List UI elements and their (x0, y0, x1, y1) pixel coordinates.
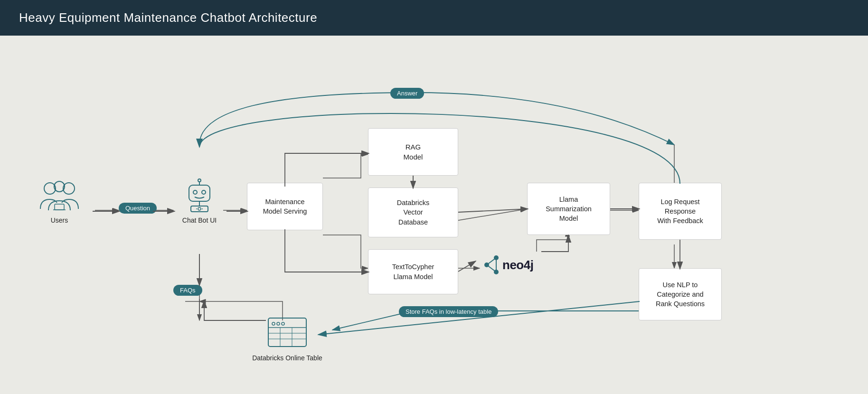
svg-point-40 (277, 322, 280, 325)
svg-rect-17 (55, 204, 64, 210)
svg-point-15 (63, 183, 75, 194)
svg-text:neo4j: neo4j (502, 258, 533, 272)
rag-model-box: RAG Model (368, 128, 458, 176)
svg-rect-25 (191, 206, 208, 212)
databricks-online-label: Databricks Online Table (252, 354, 322, 362)
question-pill: Question (119, 203, 157, 214)
svg-line-6 (456, 209, 527, 221)
header: Heavy Equipment Maintenance Chatbot Arch… (0, 0, 868, 36)
svg-point-26 (198, 207, 201, 210)
maintenance-model-box: Maintenance Model Serving (247, 183, 323, 230)
svg-point-23 (198, 179, 201, 182)
svg-line-34 (487, 258, 496, 265)
databricks-vector-box: Databricks Vector Database (368, 188, 458, 237)
llama-summarization-box: Llama Summarization Model (527, 183, 610, 235)
faqs-pill: FAQs (173, 285, 202, 296)
svg-line-53 (458, 209, 528, 212)
chatbot-label: Chat Bot UI (182, 216, 217, 224)
svg-line-35 (487, 265, 496, 272)
log-request-box: Log Request Response With Feedback (639, 183, 722, 240)
store-faqs-pill: Store FAQs in low-latency table (399, 306, 498, 317)
canvas: Users Question (0, 36, 868, 394)
text-to-cypher-box: TextToCypher Llama Model (368, 249, 458, 294)
svg-point-41 (282, 322, 284, 325)
neo4j-logo: neo4j (475, 251, 570, 279)
svg-rect-19 (189, 185, 210, 201)
svg-point-39 (272, 322, 275, 325)
svg-point-21 (202, 190, 206, 194)
users-icon: Users (28, 178, 90, 224)
svg-point-20 (193, 190, 197, 194)
chatbot-icon: Chat Bot UI (173, 176, 226, 224)
svg-point-14 (44, 183, 56, 194)
databricks-online-icon: Databricks Online Table (242, 316, 332, 362)
use-nlp-box: Use NLP to Categorize and Rank Questions (639, 268, 722, 320)
page-title: Heavy Equipment Maintenance Chatbot Arch… (19, 10, 317, 25)
users-label: Users (51, 216, 68, 224)
answer-pill: Answer (390, 88, 424, 99)
svg-line-54 (458, 261, 476, 272)
